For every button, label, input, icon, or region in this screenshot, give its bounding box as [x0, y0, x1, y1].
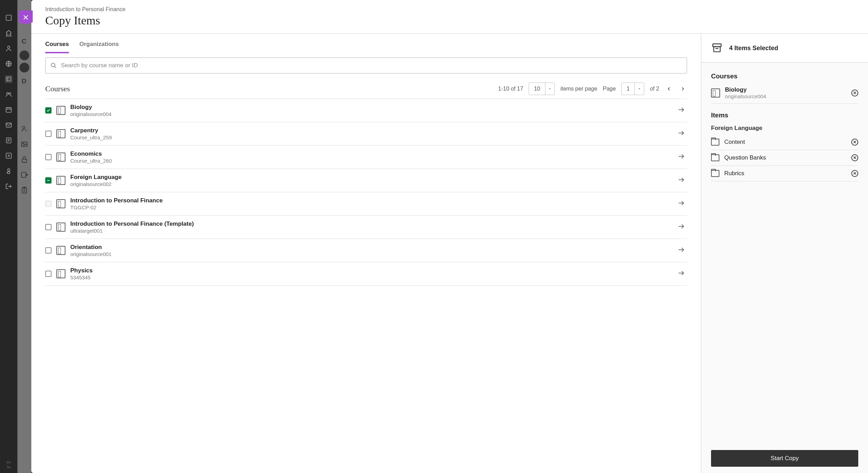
course-row[interactable]: Orientationoriginalsource001 [45, 239, 687, 262]
globe-icon[interactable] [5, 60, 13, 68]
course-id: originalsource002 [70, 181, 672, 187]
drill-in-button[interactable] [677, 246, 687, 255]
groups-icon[interactable] [5, 91, 13, 98]
drill-in-button[interactable] [677, 106, 687, 115]
svg-rect-23 [22, 159, 27, 162]
course-list: Biologyoriginalsource004CarpentryCourse_… [45, 99, 687, 473]
clipboard-icon[interactable] [21, 186, 28, 194]
course-checkbox[interactable] [45, 131, 52, 137]
start-copy-button[interactable]: Start Copy [711, 450, 858, 467]
course-row[interactable]: Introduction to Personal Finance (Templa… [45, 216, 687, 239]
source-tabs: Courses Organizations [45, 34, 687, 53]
svg-point-17 [8, 169, 10, 171]
calendar-icon[interactable] [5, 106, 13, 114]
behind-circle-2 [19, 63, 29, 72]
assist-icon[interactable] [5, 167, 13, 175]
course-icon [56, 199, 65, 208]
grades-icon[interactable] [5, 137, 13, 144]
selected-course-row: Biology originalsource004 ✕ [711, 82, 858, 104]
courses-icon[interactable] [5, 75, 13, 83]
behind-label-2: D [22, 77, 26, 85]
list-title: Courses [45, 84, 70, 93]
course-icon [711, 88, 720, 98]
course-id: originalsource004 [70, 111, 672, 117]
drill-in-button[interactable] [677, 153, 687, 162]
course-info: Introduction to Personal FinanceTGGCP-02 [70, 197, 672, 210]
tools-icon[interactable] [5, 152, 13, 160]
selection-items-group: Foreign Language [711, 125, 858, 132]
range-text: 1-10 of 17 [498, 86, 523, 92]
course-row[interactable]: EconomicsCourse_ultra_260 [45, 146, 687, 169]
page-label: Page [603, 86, 616, 92]
export-icon[interactable] [21, 171, 28, 179]
lock-icon[interactable] [21, 156, 28, 163]
course-row[interactable]: Introduction to Personal FinanceTGGCP-02 [45, 192, 687, 216]
item-label: Content [724, 139, 846, 146]
messages-icon[interactable] [5, 121, 13, 129]
svg-line-32 [54, 66, 56, 68]
svg-rect-0 [6, 15, 11, 21]
course-info: Physics5345345 [70, 267, 672, 280]
course-nav-column: Co C D [17, 0, 31, 473]
remove-item-button[interactable]: ✕ [851, 139, 858, 146]
search-icon [50, 62, 57, 69]
source-pane: Courses Organizations Courses 1-10 of 17… [31, 34, 701, 473]
page-total: of 2 [650, 86, 659, 92]
institution-icon[interactable] [5, 29, 13, 37]
page-select[interactable]: 1 [621, 83, 644, 95]
item-label: Question Banks [724, 154, 846, 161]
course-row[interactable]: Foreign Languageoriginalsource002 [45, 169, 687, 192]
page-title: Copy Items [45, 14, 854, 27]
close-button[interactable] [19, 10, 33, 24]
search-user-icon[interactable] [21, 125, 28, 133]
selection-count: 4 Items Selected [729, 45, 778, 52]
next-page-button[interactable] [679, 85, 687, 93]
footer-links: Pri Ter [6, 460, 11, 473]
per-page-label: items per page [560, 86, 597, 92]
course-icon [56, 129, 65, 138]
remove-item-button[interactable]: ✕ [851, 170, 858, 177]
list-header-row: Courses 1-10 of 17 10 items per page Pag… [45, 83, 687, 95]
search-box[interactable] [45, 57, 687, 73]
course-row[interactable]: Physics5345345 [45, 262, 687, 286]
copy-items-panel: Introduction to Personal Finance Copy It… [31, 0, 868, 473]
course-id: originalsource001 [70, 251, 672, 257]
remove-item-button[interactable]: ✕ [851, 154, 858, 161]
course-info: CarpentryCourse_ultra_259 [70, 127, 672, 140]
course-row[interactable]: CarpentryCourse_ultra_259 [45, 122, 687, 146]
selected-course-id: originalsource004 [725, 93, 846, 99]
signout-icon[interactable] [5, 183, 13, 190]
course-checkbox[interactable] [45, 177, 52, 184]
image-icon[interactable] [21, 140, 28, 148]
drill-in-button[interactable] [677, 199, 687, 208]
context-course-name: Introduction to Personal Finance [45, 6, 854, 13]
course-name: Foreign Language [70, 174, 672, 181]
search-input[interactable] [61, 62, 682, 69]
per-page-select[interactable]: 10 [529, 83, 555, 95]
drill-in-button[interactable] [677, 223, 687, 232]
course-id: ultratarget001 [70, 228, 672, 234]
course-checkbox[interactable] [45, 247, 52, 254]
course-checkbox[interactable] [45, 154, 52, 160]
course-icon [56, 176, 65, 185]
course-name: Carpentry [70, 127, 672, 134]
selection-items-label: Items [711, 111, 858, 119]
svg-rect-18 [8, 172, 10, 174]
drill-in-button[interactable] [677, 176, 687, 185]
course-row[interactable]: Biologyoriginalsource004 [45, 99, 687, 122]
logo-icon[interactable] [5, 14, 13, 22]
course-info: Introduction to Personal Finance (Templa… [70, 220, 672, 234]
course-checkbox[interactable] [45, 224, 52, 230]
course-checkbox[interactable] [45, 107, 52, 114]
svg-point-22 [23, 143, 24, 144]
course-id: Course_ultra_259 [70, 134, 672, 140]
prev-page-button[interactable] [665, 85, 673, 93]
drill-in-button[interactable] [677, 269, 687, 278]
remove-course-button[interactable]: ✕ [851, 90, 858, 96]
drill-in-button[interactable] [677, 129, 687, 138]
behind-label-1: C [22, 38, 26, 45]
tab-organizations[interactable]: Organizations [79, 41, 119, 53]
profile-icon[interactable] [5, 45, 13, 52]
tab-courses[interactable]: Courses [45, 41, 69, 53]
course-checkbox[interactable] [45, 271, 52, 277]
